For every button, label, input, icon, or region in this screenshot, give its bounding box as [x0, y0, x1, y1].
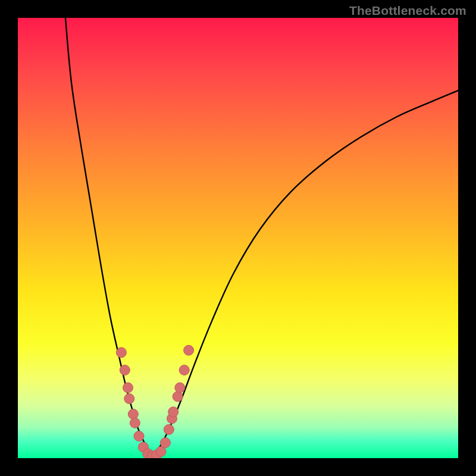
plot-area	[18, 18, 458, 458]
data-marker	[160, 438, 170, 448]
chart-frame: TheBottleneck.com	[0, 0, 476, 476]
data-marker	[175, 383, 185, 393]
marker-group	[116, 345, 193, 458]
curve-right	[152, 90, 458, 456]
data-marker	[120, 365, 130, 375]
data-marker	[130, 418, 140, 428]
data-marker	[173, 392, 183, 402]
chart-overlay	[18, 18, 458, 458]
data-marker	[128, 409, 138, 419]
data-marker	[123, 383, 133, 393]
curve-left	[65, 18, 152, 456]
data-marker	[134, 431, 144, 441]
data-marker	[184, 345, 194, 355]
data-marker	[116, 347, 126, 358]
data-marker	[124, 394, 134, 404]
data-marker	[179, 365, 189, 375]
data-marker	[168, 407, 178, 417]
data-marker	[164, 424, 174, 434]
watermark-text: TheBottleneck.com	[349, 4, 466, 18]
